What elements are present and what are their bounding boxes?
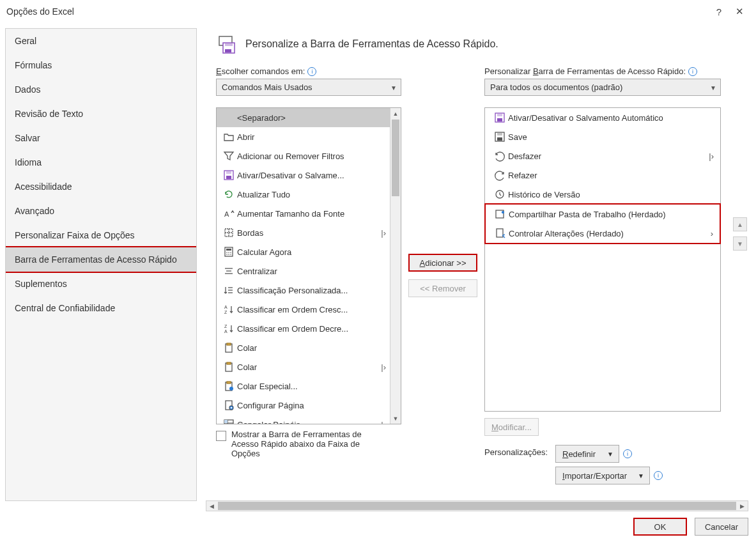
list-item-label: Histórico de Versão <box>508 190 702 199</box>
list-item[interactable]: AAumentar Tamanho da Fonte <box>217 204 390 223</box>
list-item[interactable]: Ativar/Desativar o Salvamento Automático <box>485 108 720 127</box>
move-up-button[interactable]: ▲ <box>733 217 747 231</box>
list-item-label: Configurar Página <box>237 401 374 410</box>
window-title: Opções do Excel <box>6 6 74 17</box>
list-item-label: Bordas <box>237 228 374 238</box>
list-item[interactable]: Classificação Personalizada... <box>217 281 390 300</box>
sidebar-item-geral[interactable]: Geral <box>6 29 196 53</box>
paste-icon <box>220 340 237 355</box>
history-icon <box>491 187 508 202</box>
svg-rect-44 <box>497 118 502 121</box>
submenu-indicator: |› <box>374 228 386 238</box>
info-icon[interactable]: i <box>623 449 632 458</box>
list-item[interactable]: Configurar Página <box>217 396 390 415</box>
move-down-button[interactable]: ▼ <box>733 236 747 251</box>
separator-icon <box>220 110 237 125</box>
info-icon[interactable]: i <box>654 471 663 480</box>
list-item[interactable]: Congelar Painéis|› <box>217 415 390 424</box>
undo-icon <box>491 148 508 164</box>
list-item[interactable]: Controlar Alterações (Herdado)› <box>486 224 720 243</box>
list-item[interactable]: Colar <box>217 338 390 357</box>
scroll-up-arrow[interactable]: ▲ <box>390 108 401 119</box>
track-icon <box>492 226 509 241</box>
scrollbar-horizontal[interactable]: ◀ ▶ <box>206 500 748 511</box>
left-column: Escolher comandos em: i Comandos Mais Us… <box>216 66 401 484</box>
sidebar-item-suplementos[interactable]: Suplementos <box>6 272 196 296</box>
list-item-label: Colar <box>237 343 374 353</box>
borders-icon <box>220 225 237 240</box>
scrollbar-thumb[interactable] <box>392 120 399 196</box>
middle-column: Adicionar >> << Remover <box>401 66 484 484</box>
list-item[interactable]: <Separador> <box>217 108 390 127</box>
sidebar-item-idioma[interactable]: Idioma <box>6 150 196 174</box>
list-item-label: Calcular Agora <box>237 247 374 257</box>
list-item[interactable]: Atualizar Tudo <box>217 185 390 204</box>
list-item-label: Desfazer <box>508 151 702 161</box>
font-up-icon: A <box>220 206 237 221</box>
sidebar-item-barra-acesso-rapido[interactable]: Barra de Ferramentas de Acesso Rápido <box>5 246 197 273</box>
list-item[interactable]: Centralizar <box>217 261 390 281</box>
submenu-indicator: › <box>702 229 713 238</box>
customize-qat-value: Para todos os documentos (padrão) <box>490 82 622 92</box>
svg-text:Z: Z <box>224 324 228 329</box>
sidebar-item-dados[interactable]: Dados <box>6 77 196 102</box>
folder-icon <box>220 129 237 144</box>
commands-listbox[interactable]: <Separador>AbrirAdicionar ou Remover Fil… <box>216 107 401 424</box>
list-item[interactable]: Colar|› <box>217 357 390 376</box>
list-item[interactable]: ZAClassificar em Ordem Decre... <box>217 319 390 338</box>
svg-rect-48 <box>497 133 502 136</box>
info-icon[interactable]: i <box>307 67 316 76</box>
list-item[interactable]: Save <box>485 127 720 146</box>
choose-commands-value: Comandos Mais Usados <box>222 82 312 92</box>
redefine-button[interactable]: Redefinir▼ <box>555 445 619 463</box>
qat-listbox[interactable]: Ativar/Desativar o Salvamento Automático… <box>484 107 721 412</box>
cancel-button[interactable]: Cancelar <box>695 518 748 536</box>
sidebar-item-acessibilidade[interactable]: Acessibilidade <box>6 174 196 199</box>
sidebar-item-personalizar-faixa[interactable]: Personalizar Faixa de Opções <box>6 223 196 247</box>
list-item[interactable]: Compartilhar Pasta de Trabalho (Herdado) <box>486 205 720 224</box>
sidebar-item-formulas[interactable]: Fórmulas <box>6 53 196 77</box>
svg-point-14 <box>228 252 229 253</box>
list-item[interactable]: AZClassificar em Ordem Cresc... <box>217 300 390 319</box>
import-export-button[interactable]: Importar/Exportar▼ <box>555 467 650 484</box>
scrollbar-thumb[interactable] <box>218 502 736 510</box>
list-item[interactable]: Calcular Agora <box>217 242 390 261</box>
sidebar-item-revisao[interactable]: Revisão de Texto <box>6 102 196 126</box>
scrollbar-vertical[interactable]: ▲ ▼ <box>390 108 401 424</box>
list-item[interactable]: Refazer <box>485 166 720 185</box>
sidebar-item-central-confiabilidade[interactable]: Central de Confiabilidade <box>6 296 196 320</box>
svg-rect-32 <box>227 362 231 364</box>
svg-text:A: A <box>224 210 229 218</box>
list-item-label: Colar Especial... <box>237 382 374 391</box>
refresh-icon <box>220 187 237 202</box>
choose-commands-select[interactable]: Comandos Mais Usados ▼ <box>216 79 401 96</box>
list-item[interactable]: Ativar/Desativar o Salvame... <box>217 166 390 185</box>
list-item-label: Classificar em Ordem Cresc... <box>237 305 374 314</box>
list-item-label: Refazer <box>508 171 702 180</box>
scroll-right-arrow[interactable]: ▶ <box>737 503 748 509</box>
toolbar-icon <box>216 33 238 55</box>
scroll-down-arrow[interactable]: ▼ <box>390 413 401 424</box>
info-icon[interactable]: i <box>688 67 697 76</box>
ok-button[interactable]: OK <box>633 518 687 536</box>
list-item[interactable]: Desfazer|› <box>485 146 720 166</box>
show-below-ribbon-checkbox[interactable] <box>216 431 226 441</box>
list-item[interactable]: Histórico de Versão <box>485 185 720 204</box>
list-item-label: Compartilhar Pasta de Trabalho (Herdado) <box>509 210 702 219</box>
add-button[interactable]: Adicionar >> <box>408 254 477 272</box>
list-item[interactable]: Bordas|› <box>217 223 390 242</box>
save-icon <box>491 129 508 144</box>
close-button[interactable]: ✕ <box>729 4 750 19</box>
submenu-indicator: |› <box>702 151 714 161</box>
list-item-label: Colar <box>237 362 374 372</box>
list-item[interactable]: Colar Especial... <box>217 376 390 396</box>
help-button[interactable]: ? <box>709 4 729 19</box>
customize-qat-select[interactable]: Para todos os documentos (padrão) ▼ <box>484 79 721 96</box>
sidebar-item-avancado[interactable]: Avançado <box>6 199 196 223</box>
sidebar-item-salvar[interactable]: Salvar <box>6 126 196 150</box>
modify-button[interactable]: Modificar... <box>484 418 539 436</box>
remove-button[interactable]: << Remover <box>408 279 477 297</box>
list-item[interactable]: Adicionar ou Remover Filtros <box>217 146 390 166</box>
scroll-left-arrow[interactable]: ◀ <box>206 503 217 509</box>
list-item[interactable]: Abrir <box>217 127 390 146</box>
